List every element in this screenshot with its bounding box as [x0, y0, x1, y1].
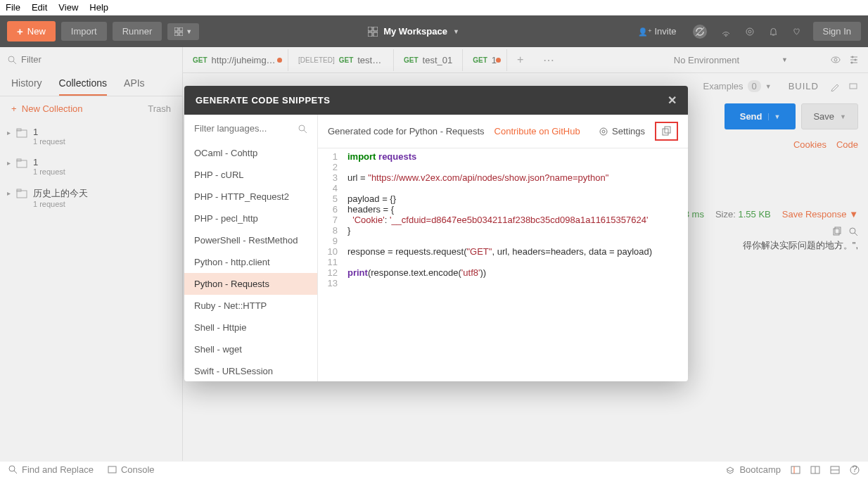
close-icon[interactable]: ✕ [668, 94, 677, 107]
svg-point-48 [602, 130, 605, 133]
svg-rect-37 [791, 466, 800, 473]
code-snippet-modal: GENERATE CODE SNIPPETS ✕ OCaml - CohttpP… [184, 86, 688, 381]
svg-rect-36 [108, 466, 116, 473]
layout-icon-3[interactable] [830, 465, 840, 475]
language-option[interactable]: PHP - HTTP_Request2 [184, 186, 317, 208]
request-tab[interactable]: GET1 [463, 49, 507, 71]
status-size: 1.55 KB [738, 209, 770, 220]
sync-icon[interactable] [692, 24, 708, 39]
layout-icon-1[interactable] [791, 465, 800, 475]
svg-point-45 [299, 125, 305, 131]
svg-point-21 [831, 57, 840, 63]
new-tab-button[interactable]: + [507, 53, 533, 66]
svg-rect-1 [179, 27, 183, 31]
comment-icon[interactable] [848, 82, 858, 91]
new-collection-link[interactable]: + New Collection [11, 103, 83, 114]
settings-gear-icon[interactable] [744, 26, 755, 37]
sliders-icon[interactable] [848, 54, 860, 65]
svg-rect-29 [850, 84, 857, 89]
new-button[interactable]: +New [7, 21, 56, 42]
examples-count: 0 [748, 80, 761, 92]
workspace-switcher[interactable]: My Workspace ▼ [368, 26, 459, 37]
svg-rect-31 [835, 227, 841, 234]
trash-link[interactable]: Trash [148, 103, 171, 114]
language-option[interactable]: Shell - Httpie [184, 317, 317, 338]
svg-point-26 [852, 56, 854, 58]
collection-item[interactable]: ▸11 request [0, 151, 182, 182]
bg-text-fragment: 得你解决实际问题的地方。", [743, 240, 858, 250]
search-icon [7, 55, 17, 65]
copy-snippet-button[interactable] [655, 122, 678, 141]
send-button[interactable]: Send▼ [725, 103, 796, 129]
language-option[interactable]: PowerShell - RestMethod [184, 229, 317, 251]
contribute-link[interactable]: Contribute on GitHub [494, 126, 580, 136]
language-option[interactable]: Swift - URLSession [184, 360, 317, 381]
request-tab[interactable]: GETtest_01 [394, 49, 463, 71]
svg-point-28 [851, 62, 853, 64]
copy-icon [661, 126, 672, 136]
sidebar: History Collections APIs + New Collectio… [0, 47, 183, 461]
cookies-link[interactable]: Cookies [793, 139, 826, 150]
runner-button[interactable]: Runner [113, 22, 162, 41]
svg-point-47 [600, 128, 607, 135]
bootcamp[interactable]: Bootcamp [725, 464, 781, 475]
svg-point-10 [725, 35, 727, 37]
language-option[interactable]: Python - http.client [184, 251, 317, 273]
console[interactable]: Console [108, 464, 155, 475]
grid-icon [368, 27, 378, 37]
request-tab[interactable]: [DELETED] GETtest_... [288, 49, 394, 71]
status-size-label: Size: [715, 209, 736, 220]
svg-rect-50 [665, 127, 670, 133]
language-option[interactable]: Ruby - Net::HTTP [184, 295, 317, 317]
language-option[interactable]: OCaml - Cohttp [184, 142, 317, 164]
save-button[interactable]: Save▼ [801, 103, 858, 129]
footer: Find and Replace Console Bootcamp ? [0, 461, 868, 477]
import-button[interactable]: Import [61, 22, 107, 41]
code-link[interactable]: Code [836, 139, 858, 150]
invite-button[interactable]: 👤⁺ Invite [628, 22, 687, 41]
svg-rect-7 [374, 32, 378, 37]
svg-rect-5 [374, 27, 378, 31]
satellite-icon[interactable] [720, 26, 732, 37]
search-result-icon[interactable] [848, 227, 858, 236]
language-filter-input[interactable] [194, 123, 286, 134]
signin-button[interactable]: Sign In [813, 22, 861, 41]
find-replace[interactable]: Find and Replace [8, 464, 94, 475]
copy-icon[interactable] [831, 227, 841, 236]
menu-file[interactable]: File [6, 2, 20, 13]
menubar: File Edit View Help [0, 0, 868, 15]
menu-view[interactable]: View [58, 2, 78, 13]
svg-line-35 [14, 471, 17, 473]
svg-rect-30 [834, 229, 839, 235]
collection-item[interactable]: ▸历史上的今天1 request [0, 182, 182, 214]
svg-rect-3 [179, 32, 183, 36]
layout-icon-2[interactable] [810, 465, 820, 475]
language-option[interactable]: PHP - cURL [184, 164, 317, 186]
language-option[interactable]: Python - Requests [184, 273, 317, 295]
collection-item[interactable]: ▸11 request [0, 121, 182, 151]
heart-icon[interactable] [791, 26, 802, 37]
menu-edit[interactable]: Edit [32, 2, 47, 13]
environment-selector[interactable]: No Environment▼ [665, 54, 868, 65]
save-response-button[interactable]: Save Response ▼ [782, 209, 858, 220]
help-icon[interactable]: ? [850, 465, 860, 475]
build-button[interactable]: BUILD [789, 81, 819, 91]
language-option[interactable]: PHP - pecl_http [184, 208, 317, 229]
edit-icon[interactable] [830, 82, 840, 91]
code-snippet-body[interactable]: 1import requests23url = "https://www.v2e… [318, 148, 688, 381]
tab-overflow[interactable]: ⋯ [533, 53, 564, 67]
language-list: OCaml - CohttpPHP - cURLPHP - HTTP_Reque… [184, 142, 317, 381]
language-option[interactable]: Shell - wget [184, 338, 317, 360]
bell-icon[interactable] [768, 26, 779, 37]
svg-rect-49 [663, 129, 668, 135]
tab-apis[interactable]: APIs [124, 72, 145, 96]
tab-switcher[interactable]: ▼ [167, 23, 199, 40]
filter-input[interactable] [21, 54, 175, 65]
tab-history[interactable]: History [11, 72, 42, 96]
tab-collections[interactable]: Collections [59, 72, 107, 96]
eye-icon[interactable] [830, 54, 841, 65]
request-tab[interactable]: GEThttp://juheimg.o... [183, 49, 288, 71]
menu-help[interactable]: Help [89, 2, 108, 13]
svg-point-12 [748, 30, 751, 33]
snippet-settings-button[interactable]: Settings [599, 126, 645, 136]
